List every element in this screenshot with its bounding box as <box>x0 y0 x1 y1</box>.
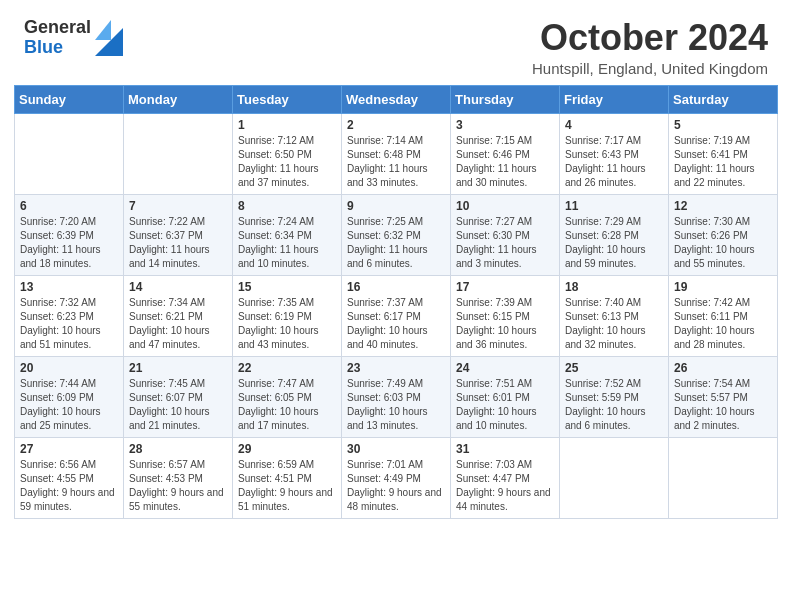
day-info: Sunrise: 7:12 AM Sunset: 6:50 PM Dayligh… <box>238 135 319 188</box>
table-row: 8Sunrise: 7:24 AM Sunset: 6:34 PM Daylig… <box>233 194 342 275</box>
svg-marker-1 <box>95 20 111 40</box>
day-number: 5 <box>674 118 772 132</box>
table-row <box>15 113 124 194</box>
day-number: 10 <box>456 199 554 213</box>
table-row: 28Sunrise: 6:57 AM Sunset: 4:53 PM Dayli… <box>124 437 233 518</box>
day-info: Sunrise: 7:27 AM Sunset: 6:30 PM Dayligh… <box>456 216 537 269</box>
day-number: 13 <box>20 280 118 294</box>
day-info: Sunrise: 7:22 AM Sunset: 6:37 PM Dayligh… <box>129 216 210 269</box>
table-row: 25Sunrise: 7:52 AM Sunset: 5:59 PM Dayli… <box>560 356 669 437</box>
day-info: Sunrise: 7:45 AM Sunset: 6:07 PM Dayligh… <box>129 378 210 431</box>
day-number: 22 <box>238 361 336 375</box>
day-number: 15 <box>238 280 336 294</box>
table-row: 4Sunrise: 7:17 AM Sunset: 6:43 PM Daylig… <box>560 113 669 194</box>
day-number: 9 <box>347 199 445 213</box>
table-row: 2Sunrise: 7:14 AM Sunset: 6:48 PM Daylig… <box>342 113 451 194</box>
day-info: Sunrise: 7:32 AM Sunset: 6:23 PM Dayligh… <box>20 297 101 350</box>
calendar-body: 1Sunrise: 7:12 AM Sunset: 6:50 PM Daylig… <box>15 113 778 518</box>
table-row: 5Sunrise: 7:19 AM Sunset: 6:41 PM Daylig… <box>669 113 778 194</box>
table-row: 18Sunrise: 7:40 AM Sunset: 6:13 PM Dayli… <box>560 275 669 356</box>
table-row: 13Sunrise: 7:32 AM Sunset: 6:23 PM Dayli… <box>15 275 124 356</box>
table-row: 21Sunrise: 7:45 AM Sunset: 6:07 PM Dayli… <box>124 356 233 437</box>
logo-icon <box>95 20 123 56</box>
day-number: 4 <box>565 118 663 132</box>
day-number: 29 <box>238 442 336 456</box>
header-wednesday: Wednesday <box>342 85 451 113</box>
day-info: Sunrise: 6:57 AM Sunset: 4:53 PM Dayligh… <box>129 459 224 512</box>
table-row <box>124 113 233 194</box>
table-row: 27Sunrise: 6:56 AM Sunset: 4:55 PM Dayli… <box>15 437 124 518</box>
table-row: 6Sunrise: 7:20 AM Sunset: 6:39 PM Daylig… <box>15 194 124 275</box>
table-row: 1Sunrise: 7:12 AM Sunset: 6:50 PM Daylig… <box>233 113 342 194</box>
day-number: 30 <box>347 442 445 456</box>
day-number: 26 <box>674 361 772 375</box>
day-number: 14 <box>129 280 227 294</box>
table-row <box>669 437 778 518</box>
month-title: October 2024 <box>532 18 768 58</box>
table-row: 20Sunrise: 7:44 AM Sunset: 6:09 PM Dayli… <box>15 356 124 437</box>
table-row: 31Sunrise: 7:03 AM Sunset: 4:47 PM Dayli… <box>451 437 560 518</box>
table-row: 7Sunrise: 7:22 AM Sunset: 6:37 PM Daylig… <box>124 194 233 275</box>
day-info: Sunrise: 7:29 AM Sunset: 6:28 PM Dayligh… <box>565 216 646 269</box>
table-row <box>560 437 669 518</box>
day-info: Sunrise: 7:01 AM Sunset: 4:49 PM Dayligh… <box>347 459 442 512</box>
day-info: Sunrise: 7:39 AM Sunset: 6:15 PM Dayligh… <box>456 297 537 350</box>
day-info: Sunrise: 7:17 AM Sunset: 6:43 PM Dayligh… <box>565 135 646 188</box>
logo-blue-text: Blue <box>24 38 91 58</box>
table-row: 9Sunrise: 7:25 AM Sunset: 6:32 PM Daylig… <box>342 194 451 275</box>
header-sunday: Sunday <box>15 85 124 113</box>
day-info: Sunrise: 6:59 AM Sunset: 4:51 PM Dayligh… <box>238 459 333 512</box>
day-info: Sunrise: 7:19 AM Sunset: 6:41 PM Dayligh… <box>674 135 755 188</box>
table-row: 22Sunrise: 7:47 AM Sunset: 6:05 PM Dayli… <box>233 356 342 437</box>
day-number: 16 <box>347 280 445 294</box>
header-tuesday: Tuesday <box>233 85 342 113</box>
table-row: 3Sunrise: 7:15 AM Sunset: 6:46 PM Daylig… <box>451 113 560 194</box>
day-info: Sunrise: 7:03 AM Sunset: 4:47 PM Dayligh… <box>456 459 551 512</box>
table-row: 17Sunrise: 7:39 AM Sunset: 6:15 PM Dayli… <box>451 275 560 356</box>
calendar-wrap: Sunday Monday Tuesday Wednesday Thursday… <box>0 85 792 533</box>
table-row: 29Sunrise: 6:59 AM Sunset: 4:51 PM Dayli… <box>233 437 342 518</box>
table-row: 19Sunrise: 7:42 AM Sunset: 6:11 PM Dayli… <box>669 275 778 356</box>
day-number: 25 <box>565 361 663 375</box>
day-number: 24 <box>456 361 554 375</box>
table-row: 11Sunrise: 7:29 AM Sunset: 6:28 PM Dayli… <box>560 194 669 275</box>
header-thursday: Thursday <box>451 85 560 113</box>
day-info: Sunrise: 7:54 AM Sunset: 5:57 PM Dayligh… <box>674 378 755 431</box>
day-info: Sunrise: 7:34 AM Sunset: 6:21 PM Dayligh… <box>129 297 210 350</box>
day-info: Sunrise: 7:24 AM Sunset: 6:34 PM Dayligh… <box>238 216 319 269</box>
day-info: Sunrise: 7:52 AM Sunset: 5:59 PM Dayligh… <box>565 378 646 431</box>
header-monday: Monday <box>124 85 233 113</box>
title-block: October 2024 Huntspill, England, United … <box>532 18 768 77</box>
table-row: 30Sunrise: 7:01 AM Sunset: 4:49 PM Dayli… <box>342 437 451 518</box>
day-number: 20 <box>20 361 118 375</box>
day-number: 6 <box>20 199 118 213</box>
day-info: Sunrise: 7:30 AM Sunset: 6:26 PM Dayligh… <box>674 216 755 269</box>
day-number: 8 <box>238 199 336 213</box>
table-row: 16Sunrise: 7:37 AM Sunset: 6:17 PM Dayli… <box>342 275 451 356</box>
day-number: 2 <box>347 118 445 132</box>
day-number: 28 <box>129 442 227 456</box>
day-number: 23 <box>347 361 445 375</box>
day-info: Sunrise: 7:44 AM Sunset: 6:09 PM Dayligh… <box>20 378 101 431</box>
day-number: 17 <box>456 280 554 294</box>
day-info: Sunrise: 7:49 AM Sunset: 6:03 PM Dayligh… <box>347 378 428 431</box>
table-row: 14Sunrise: 7:34 AM Sunset: 6:21 PM Dayli… <box>124 275 233 356</box>
day-info: Sunrise: 7:20 AM Sunset: 6:39 PM Dayligh… <box>20 216 101 269</box>
day-number: 7 <box>129 199 227 213</box>
day-info: Sunrise: 7:15 AM Sunset: 6:46 PM Dayligh… <box>456 135 537 188</box>
logo-general-text: General <box>24 18 91 38</box>
day-number: 27 <box>20 442 118 456</box>
day-info: Sunrise: 7:25 AM Sunset: 6:32 PM Dayligh… <box>347 216 428 269</box>
day-number: 21 <box>129 361 227 375</box>
table-row: 12Sunrise: 7:30 AM Sunset: 6:26 PM Dayli… <box>669 194 778 275</box>
calendar-header: Sunday Monday Tuesday Wednesday Thursday… <box>15 85 778 113</box>
day-info: Sunrise: 7:47 AM Sunset: 6:05 PM Dayligh… <box>238 378 319 431</box>
day-number: 12 <box>674 199 772 213</box>
table-row: 15Sunrise: 7:35 AM Sunset: 6:19 PM Dayli… <box>233 275 342 356</box>
day-number: 18 <box>565 280 663 294</box>
day-number: 11 <box>565 199 663 213</box>
table-row: 23Sunrise: 7:49 AM Sunset: 6:03 PM Dayli… <box>342 356 451 437</box>
day-info: Sunrise: 7:37 AM Sunset: 6:17 PM Dayligh… <box>347 297 428 350</box>
day-number: 31 <box>456 442 554 456</box>
table-row: 26Sunrise: 7:54 AM Sunset: 5:57 PM Dayli… <box>669 356 778 437</box>
